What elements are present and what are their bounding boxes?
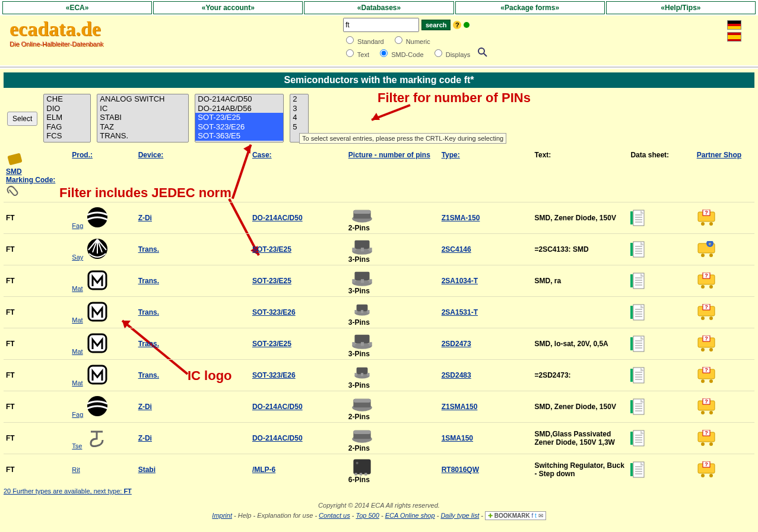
device-link[interactable]: Z-Di	[138, 434, 152, 442]
radio-text[interactable]: Text	[343, 51, 369, 58]
cell-device: Z-Di	[136, 202, 250, 234]
hdr-shop-link[interactable]: Partner Shop	[697, 151, 741, 159]
manufacturer-logo-icon	[84, 427, 109, 448]
device-link[interactable]: Stabi	[138, 466, 156, 474]
type-link[interactable]: 2SC4146	[442, 245, 471, 254]
device-link[interactable]: Z-Di	[138, 214, 152, 222]
device-link[interactable]: Trans.	[138, 371, 159, 379]
radio-numeric[interactable]: Numeric	[392, 38, 430, 45]
type-link[interactable]: Z1SMA150	[442, 403, 478, 411]
magnifier-icon[interactable]	[478, 48, 487, 57]
cart-icon[interactable]	[697, 398, 717, 415]
footer-top500-link[interactable]: Top 500	[356, 512, 379, 519]
prod-link[interactable]: Mat	[72, 379, 83, 387]
hdr-marking-link[interactable]: Marking Code:	[6, 176, 55, 184]
more-types-link[interactable]: 20 Further types are available, next typ…	[4, 487, 132, 495]
cart-icon[interactable]	[697, 304, 717, 321]
language-flags	[727, 18, 753, 44]
prod-link[interactable]: Fag	[72, 411, 83, 418]
radio-standard[interactable]: Standard	[343, 38, 384, 45]
flag-es-icon[interactable]	[727, 32, 741, 42]
footer-contact-link[interactable]: Contact us	[319, 512, 350, 519]
datasheet-icon[interactable]	[630, 429, 645, 447]
case-link[interactable]: SOT-323/E26	[252, 308, 296, 316]
type-link[interactable]: 2SD2483	[442, 371, 471, 379]
case-link[interactable]: SOT-23/E25	[252, 340, 291, 348]
datasheet-icon[interactable]	[630, 398, 645, 416]
cart-icon[interactable]	[697, 335, 717, 352]
datasheet-icon[interactable]	[630, 240, 645, 258]
type-link[interactable]: RT8016QW	[442, 466, 479, 474]
prod-link[interactable]: Mat	[72, 316, 83, 324]
cart-icon[interactable]	[697, 210, 717, 226]
filter-device-select[interactable]: ANALOG SWITCHICSTABITAZTRANS.	[97, 94, 189, 142]
datasheet-icon[interactable]	[630, 461, 645, 479]
case-link[interactable]: DO-214AC/D50	[252, 214, 303, 222]
device-link[interactable]: Trans.	[138, 308, 159, 316]
cell-sheet	[628, 297, 694, 328]
device-link[interactable]: Trans.	[138, 277, 159, 285]
table-row: FTMat Trans.SOT-323/E26 3-Pins2SA1531-T	[4, 297, 754, 328]
datasheet-icon[interactable]	[630, 303, 645, 321]
footer-daily-link[interactable]: Daily type list	[440, 512, 479, 519]
type-link[interactable]: 2SA1034-T	[442, 277, 478, 285]
cart-icon[interactable]	[697, 367, 717, 384]
flag-de-icon[interactable]	[727, 20, 741, 30]
hdr-smd-link[interactable]: SMD	[6, 167, 22, 176]
search-button[interactable]: search	[421, 20, 451, 30]
prod-link[interactable]: Fag	[72, 222, 83, 229]
case-link[interactable]: DO-214AC/D50	[252, 403, 303, 411]
case-link[interactable]: SOT-23/E25	[252, 277, 291, 285]
type-link[interactable]: 1SMA150	[442, 434, 473, 442]
datasheet-icon[interactable]	[630, 209, 645, 227]
footer-shop-link[interactable]: ECA Online shop	[385, 512, 435, 519]
type-link[interactable]: 2SD2473	[442, 340, 471, 348]
cell-device: Z-Di	[136, 391, 250, 423]
type-link[interactable]: Z1SMA-150	[442, 214, 480, 222]
cart-icon[interactable]	[697, 273, 717, 289]
nav-item[interactable]: «Databases»	[304, 1, 453, 14]
datasheet-icon[interactable]	[630, 335, 645, 353]
case-link[interactable]: SOT-323/E26	[252, 371, 296, 379]
nav-item[interactable]: «Help/Tips»	[606, 1, 756, 14]
cart-icon[interactable]	[697, 241, 717, 258]
hdr-device-link[interactable]: Device:	[138, 151, 164, 159]
prod-link[interactable]: Mat	[72, 285, 83, 292]
help-icon[interactable]: ?	[453, 21, 461, 29]
prod-link[interactable]: Rit	[72, 466, 80, 473]
case-link[interactable]: /MLP-6	[252, 466, 275, 474]
device-link[interactable]: Trans.	[138, 340, 159, 348]
cart-icon[interactable]	[697, 461, 717, 478]
radio-displays[interactable]: Displays	[432, 51, 471, 58]
bookmark-button[interactable]: ✚ BOOKMARK f t ✉	[485, 511, 546, 520]
manufacturer-logo-icon	[85, 207, 110, 228]
hdr-prod-link[interactable]: Prod.:	[72, 151, 93, 159]
filter-prod-select[interactable]: CHEDIOELMFAGFCS	[43, 94, 91, 142]
more-link-row: 20 Further types are available, next typ…	[4, 485, 754, 497]
nav-item[interactable]: «Your account»	[153, 1, 303, 14]
hdr-type-link[interactable]: Type:	[442, 151, 460, 159]
datasheet-icon[interactable]	[630, 272, 645, 290]
datasheet-icon[interactable]	[630, 366, 645, 384]
cell-shop	[694, 202, 754, 234]
device-link[interactable]: Z-Di	[138, 403, 152, 411]
prod-link[interactable]: Say	[72, 254, 83, 261]
cell-sheet	[628, 360, 694, 391]
radio-smd[interactable]: SMD-Code	[377, 51, 423, 58]
prod-link[interactable]: Mat	[72, 348, 83, 355]
prod-link[interactable]: Tse	[72, 442, 82, 449]
device-link[interactable]: Trans.	[138, 245, 159, 254]
hdr-pic-link[interactable]: Picture - number of pins	[348, 151, 430, 159]
nav-item[interactable]: «Package forms»	[455, 1, 605, 14]
footer-imprint-link[interactable]: Imprint	[212, 512, 232, 519]
nav-item[interactable]: «ECA»	[2, 1, 152, 14]
hdr-case-link[interactable]: Case:	[252, 151, 272, 159]
filter-select-button[interactable]: Select	[7, 112, 37, 126]
cart-icon[interactable]	[697, 430, 717, 446]
type-link[interactable]: 2SA1531-T	[442, 308, 478, 316]
case-link[interactable]: DO-214AC/D50	[252, 434, 303, 442]
case-link[interactable]: SOT-23/E25	[252, 245, 291, 254]
filter-case-select[interactable]: DO-214AC/D50DO-214AB/D56SOT-23/E25SOT-32…	[195, 94, 284, 142]
search-input[interactable]	[343, 18, 419, 32]
cell-sheet	[628, 234, 694, 265]
